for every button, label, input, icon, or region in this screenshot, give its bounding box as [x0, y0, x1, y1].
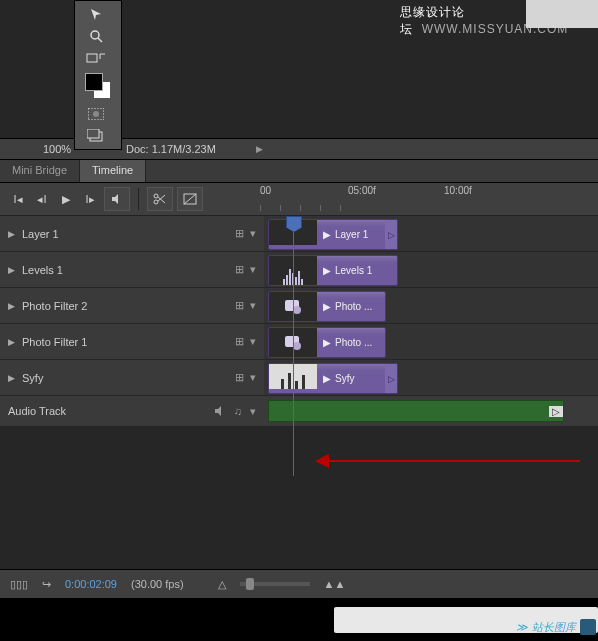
doc-size: Doc: 1.17M/3.23M	[126, 143, 216, 155]
move-tool[interactable]	[77, 3, 115, 25]
track-name: Syfy	[22, 372, 235, 384]
speaker-icon[interactable]	[214, 405, 226, 418]
zoom-in-icon[interactable]: ▲▲	[324, 578, 346, 590]
svg-point-14	[293, 342, 301, 350]
filmstrip-icon[interactable]: ⊞	[235, 263, 244, 276]
filmstrip-icon[interactable]: ⊞	[235, 227, 244, 240]
footer-menu[interactable]: ▯▯▯	[10, 578, 28, 591]
clip[interactable]: ▶Levels 1	[268, 255, 398, 286]
clip[interactable]: ▶Photo ...	[268, 291, 386, 322]
track-name: Photo Filter 1	[22, 336, 235, 348]
ruler-label-0: 00	[260, 185, 271, 196]
play-icon: ▶	[323, 265, 331, 276]
bottom-bar: ≫站长图库	[0, 598, 598, 641]
svg-rect-6	[87, 129, 99, 138]
play-icon: ▶	[323, 229, 331, 240]
audio-track-label: Audio Track	[8, 405, 66, 417]
audio-clip[interactable]: ▷	[268, 400, 564, 422]
split-button[interactable]	[147, 187, 173, 211]
svg-point-12	[293, 306, 301, 314]
clip-end-icon[interactable]: ▷	[385, 220, 397, 249]
screenmode-tool[interactable]	[77, 125, 115, 147]
playhead-line	[293, 216, 294, 476]
color-swatch[interactable]	[85, 73, 111, 99]
play-icon: ▶	[323, 373, 331, 384]
expand-icon[interactable]: ▶	[8, 337, 22, 347]
audio-end-icon[interactable]: ▷	[549, 406, 563, 417]
zoom-slider[interactable]	[240, 582, 310, 586]
track-row: ▶Levels 1⊞▾ ▶Levels 1	[0, 252, 598, 288]
music-note-icon[interactable]: ♫	[234, 405, 242, 418]
panel-tabs: Mini Bridge Timeline	[0, 160, 598, 183]
mute-button[interactable]	[104, 187, 130, 211]
next-frame-button[interactable]: I▸	[80, 189, 100, 209]
expand-icon[interactable]: ▶	[8, 301, 22, 311]
filmstrip-icon[interactable]: ⊞	[235, 335, 244, 348]
audio-track-row: Audio Track ♫ ▾ ▷	[0, 396, 598, 427]
expand-icon[interactable]: ▶	[8, 373, 22, 383]
tools-panel	[74, 0, 122, 150]
ruler-label-1: 05:00f	[348, 185, 376, 196]
fps-label: (30.00 fps)	[131, 578, 184, 590]
track-menu-icon[interactable]: ▾	[250, 227, 256, 240]
track-menu-icon[interactable]: ▾	[250, 263, 256, 276]
expand-icon[interactable]: ▶	[8, 229, 22, 239]
ruler-label-2: 10:00f	[444, 185, 472, 196]
foreground-color[interactable]	[85, 73, 103, 91]
status-menu-icon[interactable]: ▶	[256, 144, 263, 154]
svg-point-4	[93, 111, 99, 117]
tab-timeline[interactable]: Timeline	[80, 160, 146, 182]
track-row: ▶Syfy⊞▾ ▶Syfy▷	[0, 360, 598, 396]
play-icon: ▶	[323, 337, 331, 348]
tracks-container: ▶Layer 1⊞▾ ▶Layer 1▷ ▶Levels 1⊞▾ ▶Levels…	[0, 216, 598, 427]
track-name: Photo Filter 2	[22, 300, 235, 312]
zoom-out-icon[interactable]: △	[218, 578, 226, 591]
track-menu-icon[interactable]: ▾	[250, 335, 256, 348]
zoom-tool[interactable]	[77, 25, 115, 47]
audio-menu-icon[interactable]: ▾	[250, 405, 256, 418]
track-menu-icon[interactable]: ▾	[250, 371, 256, 384]
svg-line-1	[98, 38, 102, 42]
play-icon: ▶	[323, 301, 331, 312]
clip[interactable]: ▶Photo ...	[268, 327, 386, 358]
track-name: Layer 1	[22, 228, 235, 240]
filmstrip-icon[interactable]: ⊞	[235, 299, 244, 312]
rect-tool[interactable]	[77, 47, 115, 69]
svg-point-8	[154, 200, 158, 204]
track-row: ▶Photo Filter 1⊞▾ ▶Photo ...	[0, 324, 598, 360]
expand-icon[interactable]: ▶	[8, 265, 22, 275]
tab-mini-bridge[interactable]: Mini Bridge	[0, 160, 80, 182]
svg-line-10	[184, 194, 196, 204]
track-row: ▶Photo Filter 2⊞▾ ▶Photo ...	[0, 288, 598, 324]
annotation-arrow	[320, 460, 580, 462]
time-ruler[interactable]: 00 05:00f 10:00f	[256, 183, 598, 215]
current-time[interactable]: 0:00:02:09	[65, 578, 117, 590]
svg-point-7	[154, 194, 158, 198]
canvas-area: 思缘设计论坛 WWW.MISSYUAN.COM	[0, 0, 598, 138]
watermark-block	[526, 0, 598, 28]
svg-rect-2	[87, 54, 97, 62]
timeline-footer: ▯▯▯ ↪ 0:00:02:09 (30.00 fps) △ ▲▲	[0, 569, 598, 598]
svg-point-0	[91, 31, 99, 39]
first-frame-button[interactable]: I◂	[8, 189, 28, 209]
clip-end-icon[interactable]: ▷	[385, 364, 397, 393]
prev-frame-button[interactable]: ◂I	[32, 189, 52, 209]
track-menu-icon[interactable]: ▾	[250, 299, 256, 312]
clip[interactable]: ▶Syfy▷	[268, 363, 398, 394]
timeline-controls: I◂ ◂I ▶ I▸ 00 05:00f 10:00f	[0, 183, 598, 216]
quickmask-tool[interactable]	[77, 103, 115, 125]
track-name: Levels 1	[22, 264, 235, 276]
transition-button[interactable]	[177, 187, 203, 211]
filmstrip-icon[interactable]: ⊞	[235, 371, 244, 384]
play-button[interactable]: ▶	[56, 189, 76, 209]
share-icon[interactable]: ↪	[42, 578, 51, 591]
site-badge: ≫站长图库	[516, 619, 596, 635]
